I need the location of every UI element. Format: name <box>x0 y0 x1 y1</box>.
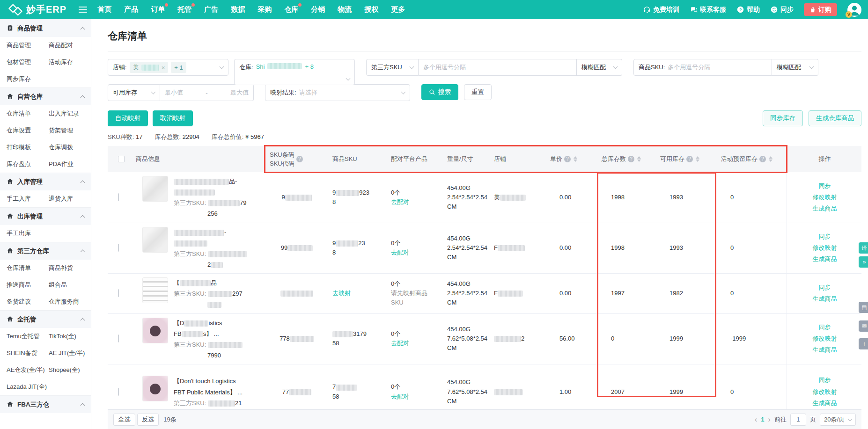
page-size-select[interactable]: 20条/页 <box>820 414 856 426</box>
sidebar-item-退货入库[interactable]: 退货入库 <box>49 195 91 203</box>
sidebar-section-入库管理[interactable]: 入库管理 <box>0 173 91 190</box>
mapping-result-select[interactable]: 映射结果: 请选择 <box>265 84 410 101</box>
nav-item-更多[interactable]: 更多 <box>391 5 405 14</box>
prev-page-arrow[interactable]: ‹ <box>755 415 757 424</box>
order-button[interactable]: 订购 <box>804 3 837 16</box>
op-link-生成商品[interactable]: 生成商品 <box>813 345 837 355</box>
op-link-同步[interactable]: 同步 <box>819 283 831 292</box>
sidebar-item-打印模板[interactable]: 打印模板 <box>7 143 49 152</box>
product-sku-input[interactable]: 商品SKU: 多个用逗号分隔 <box>633 59 772 76</box>
nav-item-广告[interactable]: 广告 <box>204 5 218 14</box>
sidebar-item-组合品[interactable]: 组合品 <box>49 281 91 289</box>
help-icon[interactable]: ? <box>686 156 693 162</box>
op-link-修改映射[interactable]: 修改映射 <box>813 334 837 343</box>
sidebar-item-TikTok(全)[interactable]: TikTok(全) <box>49 332 91 341</box>
sidebar-item-手工出库[interactable]: 手工出库 <box>7 229 49 238</box>
sidebar-item-Shopee(全)[interactable]: Shopee(全) <box>49 366 91 374</box>
sidebar-item-AE仓发(全/半)[interactable]: AE仓发(全/半) <box>7 366 49 374</box>
sync-stock-button[interactable]: 同步库存 <box>763 110 803 126</box>
row-checkbox[interactable] <box>118 193 119 201</box>
product-sku-match-select[interactable]: 模糊匹配 <box>772 59 818 76</box>
sort-icon[interactable] <box>637 156 641 162</box>
pair-link[interactable]: 去配对 <box>391 248 439 257</box>
op-link-修改映射[interactable]: 修改映射 <box>813 193 837 202</box>
sort-icon[interactable] <box>574 156 577 162</box>
op-link-修改映射[interactable]: 修改映射 <box>813 243 837 253</box>
reset-button[interactable]: 重置 <box>464 84 492 100</box>
nav-item-仓库[interactable]: 仓库 <box>284 5 298 14</box>
op-link-生成商品[interactable]: 生成商品 <box>813 294 837 304</box>
nav-item-首页[interactable]: 首页 <box>97 5 111 14</box>
sidebar-item-Temu全托管[interactable]: Temu全托管 <box>7 332 49 341</box>
stock-type-select[interactable]: 可用库存 <box>108 84 160 101</box>
sidebar-item-商品补货[interactable]: 商品补货 <box>49 264 91 272</box>
stock-range-input[interactable]: 最小值 - 最大值 <box>160 84 254 101</box>
help-icon[interactable]: ? <box>564 156 571 162</box>
sidebar-item-推送商品[interactable]: 推送商品 <box>7 281 49 289</box>
hamburger-menu-icon[interactable] <box>79 7 87 13</box>
user-avatar[interactable]: V <box>847 3 861 17</box>
sidebar-item-商品管理[interactable]: 商品管理 <box>7 41 49 50</box>
nav-item-数据[interactable]: 数据 <box>231 5 245 14</box>
sidebar-item-货架管理[interactable]: 货架管理 <box>49 126 91 135</box>
sidebar-section-出库管理[interactable]: 出库管理 <box>0 207 91 225</box>
generate-warehouse-product-button[interactable]: 生成仓库商品 <box>809 110 861 126</box>
help-icon[interactable]: ? <box>296 156 303 162</box>
op-link-生成商品[interactable]: 生成商品 <box>813 254 837 264</box>
op-link-生成商品[interactable]: 生成商品 <box>813 204 837 213</box>
store-filter-select[interactable]: 店铺: 美 × + 1 <box>108 59 228 76</box>
pair-link[interactable]: 去配对 <box>391 392 439 401</box>
op-link-同步[interactable]: 同步 <box>819 323 831 332</box>
sidebar-item-同步库存[interactable]: 同步库存 <box>7 75 49 83</box>
panel-tool-icon[interactable]: ▤ <box>859 302 868 313</box>
back-top-tool-icon[interactable]: ↑ <box>859 338 868 349</box>
free-training-link[interactable]: 免费培训 <box>643 6 679 14</box>
sidebar-item-仓库清单[interactable]: 仓库清单 <box>7 109 49 118</box>
sidebar-item-SHEIN备货[interactable]: SHEIN备货 <box>7 349 49 357</box>
contact-support-link[interactable]: 联系客服 <box>690 6 726 14</box>
sync-link[interactable]: 同步 <box>770 6 794 14</box>
sidebar-section-商品管理[interactable]: 商品管理 <box>0 19 91 37</box>
sidebar-item-出入库记录[interactable]: 出入库记录 <box>49 109 91 118</box>
row-checkbox[interactable] <box>118 388 119 396</box>
warehouse-filter-select[interactable]: 仓库: Shi + 8 <box>234 59 355 85</box>
sidebar-item-商品配对[interactable]: 商品配对 <box>49 41 91 50</box>
third-party-sku-select[interactable]: 第三方SKU <box>366 59 419 76</box>
sidebar-item-包材管理[interactable]: 包材管理 <box>7 58 49 66</box>
sidebar-item-仓库设置[interactable]: 仓库设置 <box>7 126 49 135</box>
op-link-修改映射[interactable]: 修改映射 <box>813 387 837 397</box>
help-icon[interactable]: ? <box>759 156 766 162</box>
op-link-同步[interactable]: 同步 <box>819 376 831 385</box>
sort-icon[interactable] <box>769 156 772 162</box>
op-link-同步[interactable]: 同步 <box>819 182 831 191</box>
brand-logo[interactable]: 妙手ERP <box>8 3 66 17</box>
nav-item-托管[interactable]: 托管 <box>177 5 191 14</box>
translate-tool-icon[interactable]: 译 <box>859 242 868 254</box>
row-checkbox[interactable] <box>118 244 119 252</box>
nav-item-采购[interactable]: 采购 <box>257 5 272 14</box>
help-link[interactable]: ? 帮助 <box>736 6 760 14</box>
sidebar-item-活动库存[interactable]: 活动库存 <box>49 58 91 66</box>
cancel-map-button[interactable]: 取消映射 <box>153 110 193 126</box>
sidebar-item-库存盘点[interactable]: 库存盘点 <box>7 160 49 168</box>
nav-item-分销[interactable]: 分销 <box>311 5 325 14</box>
expand-tool-icon[interactable]: » <box>859 256 868 268</box>
sidebar-section-自营仓库[interactable]: 自营仓库 <box>0 87 91 105</box>
pair-link[interactable]: 去配对 <box>391 197 439 207</box>
message-tool-icon[interactable]: ✉ <box>859 320 868 332</box>
sidebar-item-手工入库[interactable]: 手工入库 <box>7 195 49 203</box>
sidebar-item-Lazada JIT(全)[interactable]: Lazada JIT(全) <box>7 383 49 391</box>
third-party-sku-input[interactable]: 多个用逗号分隔 <box>419 59 577 76</box>
select-all-button[interactable]: 全选 <box>113 414 135 426</box>
row-checkbox[interactable] <box>118 334 119 342</box>
nav-item-授权[interactable]: 授权 <box>364 5 378 14</box>
nav-item-物流[interactable]: 物流 <box>338 5 352 14</box>
sidebar-item-AE JIT(全/半)[interactable]: AE JIT(全/半) <box>49 349 91 357</box>
next-page-arrow[interactable]: › <box>768 415 771 424</box>
auto-map-button[interactable]: 自动映射 <box>108 110 148 126</box>
sidebar-item-PDA作业[interactable]: PDA作业 <box>49 160 91 168</box>
nav-item-订单[interactable]: 订单 <box>151 5 165 14</box>
help-icon[interactable]: ? <box>628 156 634 162</box>
pair-link[interactable]: 去配对 <box>391 339 439 348</box>
sidebar-item-仓库调拨[interactable]: 仓库调拨 <box>49 143 91 152</box>
